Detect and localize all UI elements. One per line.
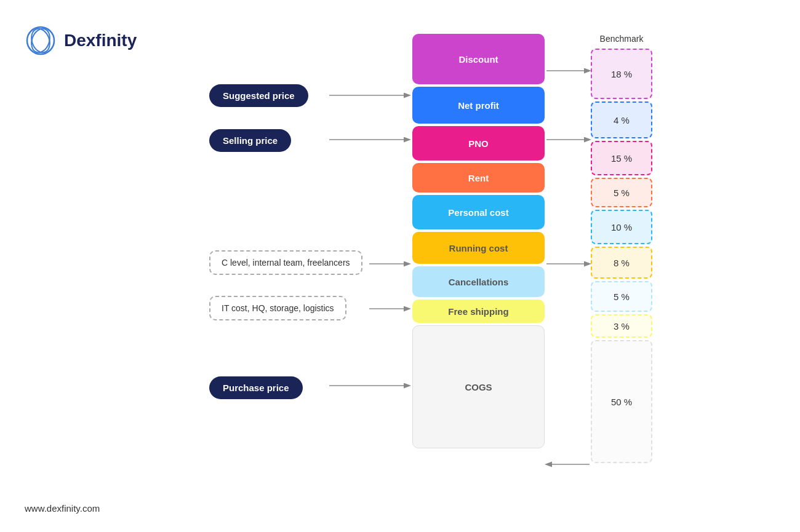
suggested-price-pill: Suggested price	[209, 84, 308, 107]
block-netprofit: Net profit	[412, 87, 545, 124]
benchmark-item-b-runningcost: 8 %	[591, 247, 652, 279]
selling-price-pill: Selling price	[209, 129, 291, 152]
it-cost-label: IT cost, HQ, storage, logistics	[209, 296, 346, 320]
block-runningcost: Running cost	[412, 232, 545, 264]
suggested-price-label: Suggested price	[209, 84, 308, 107]
block-rent: Rent	[412, 163, 545, 193]
purchase-price-pill: Purchase price	[209, 376, 303, 399]
benchmark-item-b-personalcost: 10 %	[591, 210, 652, 244]
block-cancellations: Cancellations	[412, 266, 545, 297]
block-cogs: COGS	[412, 325, 545, 448]
benchmark-item-b-cancellations: 5 %	[591, 281, 652, 312]
block-personalcost: Personal cost	[412, 195, 545, 229]
logo-text: Dexfinity	[64, 31, 137, 50]
benchmark-item-b-cogs: 50 %	[591, 340, 652, 463]
benchmark-title: Benchmark	[591, 34, 652, 44]
block-freeshipping: Free shipping	[412, 300, 545, 323]
center-blocks: Discount Net profit PNO Rent Personal co…	[412, 34, 545, 451]
benchmark-item-b-netprofit: 4 %	[591, 101, 652, 138]
purchase-price-label: Purchase price	[209, 376, 303, 399]
benchmark-item-b-rent: 5 %	[591, 178, 652, 207]
benchmark-item-b-discount: 18 %	[591, 49, 652, 99]
selling-price-label: Selling price	[209, 129, 291, 152]
benchmark-column: Benchmark 18 %4 %15 %5 %10 %8 %5 %3 %50 …	[591, 34, 652, 466]
block-discount: Discount	[412, 34, 545, 84]
benchmark-item-b-freeshipping: 3 %	[591, 314, 652, 338]
block-pno: PNO	[412, 126, 545, 161]
website-url: www.dexfinity.com	[25, 503, 100, 514]
logo-area: Dexfinity	[25, 25, 137, 57]
diagram: Suggested price Selling price C level, i…	[209, 34, 763, 526]
c-level-label: C level, internal team, freelancers	[209, 250, 362, 275]
benchmark-item-b-pno: 15 %	[591, 141, 652, 175]
logo-icon	[25, 25, 57, 57]
